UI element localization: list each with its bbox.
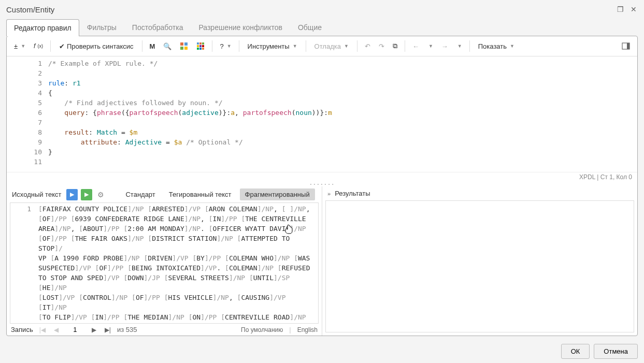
separator bbox=[212, 40, 212, 52]
debug-label: Отладка bbox=[314, 42, 341, 50]
run-all-button[interactable]: ▶ bbox=[81, 189, 92, 200]
tools-label: Инструменты bbox=[248, 42, 290, 50]
titlebar: Custom/Entity ❐ ✕ bbox=[0, 0, 644, 19]
cancel-button[interactable]: Отмена bbox=[594, 344, 638, 359]
results-header: » Результаты bbox=[322, 186, 637, 200]
svg-rect-11 bbox=[199, 48, 202, 50]
text-line-number: 1 bbox=[10, 203, 36, 323]
fx-button[interactable]: f(x) bbox=[31, 39, 46, 53]
code-editor[interactable]: 1234567891011 /* Example of XPDL rule. *… bbox=[7, 56, 637, 172]
separator bbox=[50, 40, 51, 52]
window-controls: ❐ ✕ bbox=[616, 5, 638, 13]
external-link-icon[interactable]: ⧉ bbox=[390, 39, 400, 53]
separator bbox=[142, 40, 142, 52]
nav-back-icon[interactable]: ← bbox=[409, 39, 422, 53]
nav-total: из 535 bbox=[117, 326, 137, 333]
dialog-window: Custom/Entity ❐ ✕ Редактор правил Фильтр… bbox=[0, 0, 644, 363]
nav-first-icon[interactable]: |◀ bbox=[37, 326, 48, 333]
code-body[interactable]: /* Example of XPDL rule. */ rule: r1{ /*… bbox=[48, 56, 637, 172]
redo-icon[interactable]: ↷ bbox=[376, 39, 388, 53]
status-lang: XPDL bbox=[579, 173, 595, 181]
panel-toggle-icon[interactable] bbox=[619, 39, 633, 53]
svg-rect-3 bbox=[184, 47, 188, 50]
nav-forward-dropdown[interactable]: ▼ bbox=[453, 39, 465, 53]
nav-last-icon[interactable]: ▶| bbox=[103, 326, 113, 333]
default-label: По умолчанию bbox=[241, 326, 283, 333]
text-body[interactable]: [FAIRFAX COUNTY POLICE]/NP [ARRESTED]/VP… bbox=[36, 203, 318, 323]
split-handle[interactable]: • • • • • • • bbox=[7, 182, 637, 186]
language-label: English bbox=[297, 326, 318, 333]
expand-icon[interactable]: » bbox=[327, 191, 331, 197]
source-text-pane: Исходный текст ▶ ▶ ⚙ Стандарт Тегированн… bbox=[7, 186, 322, 336]
tab-filters[interactable]: Фильтры bbox=[79, 19, 124, 36]
ok-button[interactable]: ОК bbox=[561, 344, 590, 359]
svg-rect-12 bbox=[202, 48, 204, 50]
debug-button[interactable]: Отладка▼ bbox=[310, 39, 353, 53]
source-toolbar: Исходный текст ▶ ▶ ⚙ Стандарт Тегированн… bbox=[7, 186, 322, 202]
record-input[interactable] bbox=[65, 326, 85, 333]
view-tab-fragmented[interactable]: Фрагментированный bbox=[240, 188, 315, 200]
line-gutter: 1234567891011 bbox=[7, 56, 48, 172]
lower-panes: Исходный текст ▶ ▶ ⚙ Стандарт Тегированн… bbox=[7, 186, 637, 336]
tools-button[interactable]: Инструменты▼ bbox=[244, 39, 302, 53]
run-button[interactable]: ▶ bbox=[66, 189, 78, 200]
svg-rect-4 bbox=[197, 42, 199, 45]
check-syntax-button[interactable]: ✔ Проверить синтаксис bbox=[55, 39, 138, 53]
show-button[interactable]: Показать▼ bbox=[474, 39, 519, 53]
tab-postprocessing[interactable]: Постобработка bbox=[124, 19, 191, 36]
svg-rect-9 bbox=[202, 45, 204, 47]
dialog-footer: ОК Отмена bbox=[561, 344, 638, 359]
svg-rect-14 bbox=[627, 43, 629, 49]
main-tabs: Редактор правил Фильтры Постобработка Ра… bbox=[0, 19, 644, 36]
separator bbox=[469, 40, 470, 52]
bold-m-button[interactable]: M bbox=[147, 39, 159, 53]
separator bbox=[405, 40, 405, 52]
split-dots-icon: • • • • • • • bbox=[310, 182, 334, 186]
maximize-icon[interactable]: ❐ bbox=[616, 5, 624, 13]
record-nav: Запись |◀ ◀ ▶ ▶| из 535 По умолчанию | E… bbox=[7, 324, 322, 336]
separator bbox=[239, 40, 239, 52]
nav-back-dropdown[interactable]: ▼ bbox=[424, 39, 436, 53]
svg-rect-7 bbox=[197, 45, 199, 47]
undo-icon[interactable]: ↶ bbox=[362, 39, 374, 53]
close-icon[interactable]: ✕ bbox=[629, 5, 638, 13]
svg-rect-0 bbox=[180, 42, 183, 46]
view-tab-tagged[interactable]: Тегированный текст bbox=[164, 188, 237, 200]
status-pos: Ст 1, Кол 0 bbox=[600, 173, 632, 181]
grid2-icon[interactable] bbox=[193, 39, 208, 53]
results-label: Результаты bbox=[335, 190, 370, 197]
plus-minus-button[interactable]: ±▼ bbox=[11, 39, 28, 53]
svg-rect-5 bbox=[199, 42, 202, 45]
svg-rect-1 bbox=[184, 42, 188, 46]
grid1-icon[interactable] bbox=[177, 39, 191, 53]
tab-conflict-resolution[interactable]: Разрешение конфликтов bbox=[191, 19, 290, 36]
text-pane: 1 [FAIRFAX COUNTY POLICE]/NP [ARRESTED]/… bbox=[10, 202, 319, 324]
svg-rect-10 bbox=[197, 48, 199, 50]
svg-rect-8 bbox=[199, 45, 202, 47]
editor-status: XPDL | Ст 1, Кол 0 bbox=[7, 172, 637, 182]
search-icon[interactable]: 🔍 bbox=[160, 39, 175, 53]
results-pane-wrap: » Результаты bbox=[322, 186, 637, 336]
separator bbox=[357, 40, 357, 52]
view-tab-standard[interactable]: Стандарт bbox=[120, 188, 160, 200]
tab-general[interactable]: Общие bbox=[290, 19, 330, 36]
show-label: Показать bbox=[478, 42, 507, 50]
gear-icon[interactable]: ⚙ bbox=[95, 190, 106, 200]
check-syntax-label: Проверить синтаксис bbox=[67, 42, 134, 50]
toolbar: ±▼ f(x) ✔ Проверить синтаксис M 🔍 ?▼ Инс… bbox=[7, 36, 637, 56]
separator bbox=[306, 40, 306, 52]
svg-rect-6 bbox=[202, 42, 204, 45]
content-box: ±▼ f(x) ✔ Проверить синтаксис M 🔍 ?▼ Инс… bbox=[6, 36, 638, 336]
help-button[interactable]: ?▼ bbox=[217, 39, 234, 53]
svg-rect-2 bbox=[180, 47, 183, 50]
tab-rule-editor[interactable]: Редактор правил bbox=[6, 19, 79, 36]
results-pane bbox=[325, 200, 634, 332]
record-label: Запись bbox=[11, 326, 33, 333]
nav-prev-icon[interactable]: ◀ bbox=[52, 326, 61, 333]
nav-next-icon[interactable]: ▶ bbox=[90, 326, 98, 333]
window-title: Custom/Entity bbox=[6, 5, 54, 14]
source-label: Исходный текст bbox=[10, 190, 63, 199]
nav-forward-icon[interactable]: → bbox=[438, 39, 451, 53]
